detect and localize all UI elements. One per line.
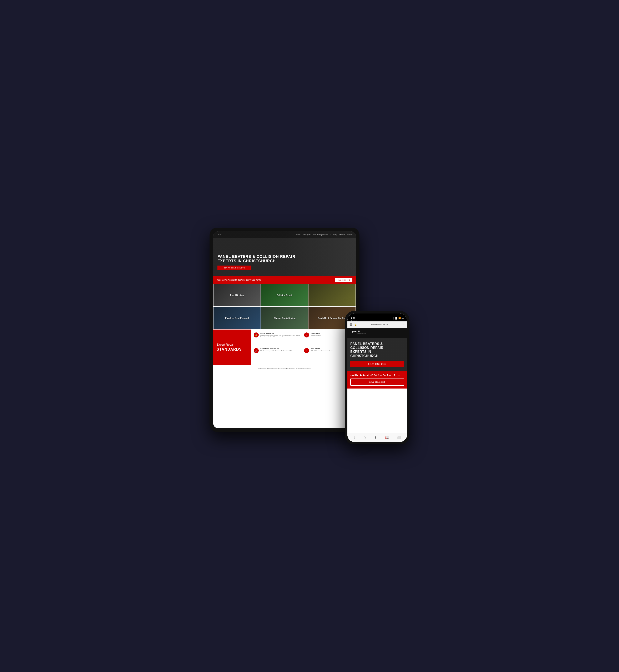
tablet-hero-title: PANEL BEATERS & COLLISION REPAIR EXPERTS…	[217, 254, 295, 263]
svg-point-0	[218, 234, 221, 235]
tablet-services-grid: Panel Beating Collision Repair Paintless…	[213, 284, 356, 329]
phone-logo: S K COLLISION CENTRE	[350, 329, 371, 337]
tablet-nav-links: Home Get A Quote Panel Beating Services …	[296, 234, 352, 236]
share-button[interactable]: ⮭	[374, 436, 377, 439]
scene: S K COLLISION CENTRE Home Get A Quote Pa…	[210, 228, 409, 444]
bookmarks-button[interactable]: 📖	[385, 435, 389, 439]
svg-point-3	[352, 331, 357, 333]
pdr-label: Paintless Dent Removal	[225, 317, 249, 319]
feature-courtesy-content: COURTESY VECHICLES We offer courtesy veh…	[260, 348, 292, 362]
phone-call-button[interactable]: CALL 03 348 4448	[350, 378, 404, 386]
tablet-standards: Expert Repair STANDARDS	[213, 329, 251, 365]
nav-panel-beating[interactable]: Panel Beating Services	[313, 234, 328, 236]
service-tile-extra	[308, 284, 356, 307]
nav-towing[interactable]: Towing	[333, 234, 337, 236]
svg-text:S K: S K	[222, 234, 223, 235]
collision-label: Collision Repair	[277, 294, 292, 296]
tablet-banner-text: Just Had An Accident? Get Your Car Towed…	[217, 279, 261, 281]
extra-bg	[308, 284, 355, 306]
phone-status-icons: ▌▌▌ 📶 68	[394, 317, 404, 319]
courtesy-desc: We offer courtesy vehicles for a one off…	[260, 350, 292, 352]
feature-oem-content: OEM PARTS Only OEM panels & ensure manuf…	[311, 348, 334, 362]
nav-home[interactable]: Home	[296, 234, 300, 236]
hamburger-line-3	[401, 334, 405, 334]
tablet-footer-text: Workmanship & Local Service Standards Is…	[258, 368, 312, 370]
phone-hero-title: PANEL BEATERS &COLLISION REPAIREXPERTS I…	[350, 342, 404, 358]
tablet-features: 🔒 SPRAY PAINTING Industry leading colour…	[251, 329, 356, 365]
tabs-button[interactable]: ⬜	[397, 435, 401, 439]
tablet-hero-content: PANEL BEATERS & COLLISION REPAIR EXPERTS…	[217, 254, 295, 270]
spray-desc: Industry leading colour matching & car s…	[260, 334, 302, 338]
tab-icon: ☰	[350, 323, 353, 326]
standards-text-top: Expert Repair	[217, 343, 248, 347]
oem-title: OEM PARTS	[311, 348, 334, 350]
hamburger-line-1	[401, 331, 405, 332]
phone-notch	[366, 313, 389, 319]
warranty-icon: ✓	[304, 332, 309, 338]
phone-logo-svg: S K COLLISION CENTRE	[350, 329, 371, 337]
phone-hero: PANEL BEATERS &COLLISION REPAIREXPERTS I…	[347, 338, 407, 371]
spray-title: SPRAY PAINTING	[260, 332, 302, 334]
hamburger-menu[interactable]	[401, 331, 405, 334]
nav-about[interactable]: About Us	[339, 234, 345, 236]
tablet-banner: Just Had An Accident? Get Your Car Towed…	[213, 276, 356, 284]
logo-svg: S K COLLISION CENTRE	[217, 232, 227, 237]
phone-address-bar: ☰ 🔒 sandkcollision.co.nz ↻	[347, 321, 407, 328]
touch-up-label: Touch Up & Custom Car Pa...	[318, 317, 346, 319]
phone-site-nav: S K COLLISION CENTRE	[347, 328, 407, 338]
panel-beating-label: Panel Beating	[230, 294, 244, 296]
forward-button[interactable]: ❯	[364, 435, 366, 439]
service-tile-collision[interactable]: Collision Repair	[261, 284, 308, 307]
service-tile-panel-beating[interactable]: Panel Beating	[213, 284, 261, 307]
hamburger-line-2	[401, 333, 405, 333]
tablet-screen: S K COLLISION CENTRE Home Get A Quote Pa…	[213, 231, 356, 428]
footer-line	[281, 371, 288, 371]
phone-screen: 1:29 ▌▌▌ 📶 68 Shortcuts ☰	[347, 313, 407, 442]
courtesy-icon: 🚗	[254, 348, 259, 353]
warranty-desc: Lifetime guarantee	[311, 334, 321, 336]
tablet-footer: Workmanship & Local Service Standards Is…	[213, 365, 356, 374]
lock-icon: 🔒	[354, 323, 357, 326]
svg-text:COLLISION CENTRE: COLLISION CENTRE	[221, 235, 226, 235]
refresh-icon[interactable]: ↻	[402, 323, 405, 326]
service-tile-pdr[interactable]: Paintless Dent Removal	[213, 307, 261, 329]
spray-painting-icon: 🔒	[254, 332, 259, 338]
chassis-label: Chassis Straightening	[273, 317, 295, 319]
phone-device: 1:29 ▌▌▌ 📶 68 Shortcuts ☰	[345, 311, 409, 444]
tablet-nav: S K COLLISION CENTRE Home Get A Quote Pa…	[213, 231, 356, 238]
warranty-title: WARRANTY	[311, 332, 321, 334]
svg-text:COLLISION CENTRE: COLLISION CENTRE	[357, 333, 366, 334]
nav-quote[interactable]: Get A Quote	[302, 234, 311, 236]
shortcuts-label: Shortcuts	[351, 318, 357, 322]
battery-icon: 68	[402, 317, 404, 319]
wifi-icon: 📶	[399, 317, 401, 319]
oem-desc: Only OEM panels & ensure manufactur...	[311, 350, 334, 352]
feature-courtesy: 🚗 COURTESY VECHICLES We offer courtesy v…	[254, 348, 302, 362]
phone-url[interactable]: sandkcollision.co.nz	[358, 323, 401, 325]
svg-text:S K: S K	[358, 330, 360, 332]
service-tile-chassis[interactable]: Chassis Straightening	[261, 307, 308, 329]
signal-icon: ▌▌▌	[394, 317, 398, 319]
phone-browser-bar: ❮ ❯ ⮭ 📖 ⬜	[347, 433, 407, 442]
back-button[interactable]: ❮	[353, 435, 356, 439]
phone-banner: Just Had An Accident? Get Your Car Towed…	[347, 371, 407, 388]
tablet-logo: S K COLLISION CENTRE	[217, 232, 227, 237]
phone-quote-button[interactable]: Get An Online Quote	[350, 361, 404, 367]
phone-banner-text: Just Had An Accident? Get Your Car Towed…	[350, 374, 404, 376]
tablet-device: S K COLLISION CENTRE Home Get A Quote Pa…	[210, 228, 359, 432]
tablet-bottom-section: Expert Repair STANDARDS 🔒 SPRAY PAINTING…	[213, 329, 356, 365]
oem-icon: ✓	[304, 348, 309, 353]
standards-text-bottom: STANDARDS	[217, 347, 248, 352]
tablet-call-button[interactable]: CALL 03 348 4448	[335, 278, 352, 282]
courtesy-title: COURTESY VECHICLES	[260, 348, 292, 350]
tablet-quote-button[interactable]: Get An Online Quote	[217, 265, 251, 270]
feature-spray-painting: 🔒 SPRAY PAINTING Industry leading colour…	[254, 332, 302, 347]
feature-warranty-content: WARRANTY Lifetime guarantee	[311, 332, 321, 347]
nav-contact[interactable]: Contact	[347, 234, 352, 236]
phone-content[interactable]: ☰ 🔒 sandkcollision.co.nz ↻ S K COLLISION…	[347, 321, 407, 442]
feature-spray-content: SPRAY PAINTING Industry leading colour m…	[260, 332, 302, 347]
tablet-hero: S K COLLISION CENTRE Home Get A Quote Pa…	[213, 231, 356, 276]
